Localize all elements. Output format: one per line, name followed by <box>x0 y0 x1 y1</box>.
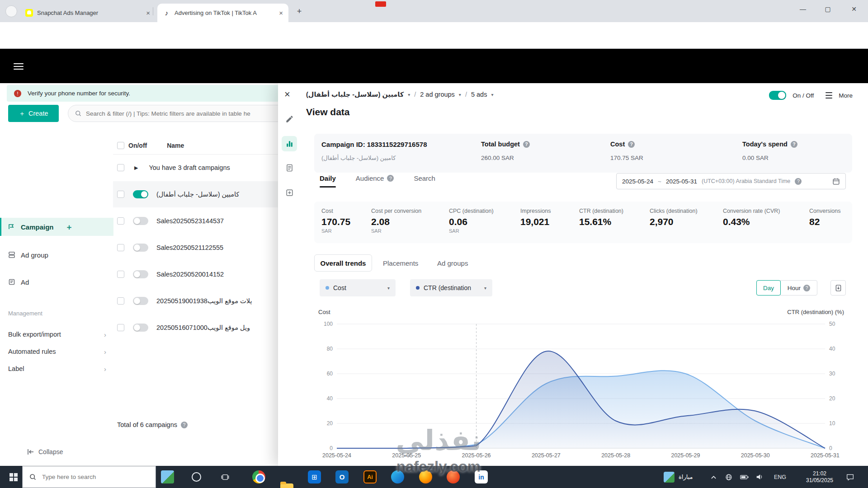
calendar-icon[interactable] <box>832 178 840 185</box>
help-icon[interactable]: ? <box>795 178 802 185</box>
row-checkbox[interactable] <box>117 297 124 305</box>
chart-data-icon[interactable] <box>282 136 297 151</box>
help-icon[interactable]: ? <box>387 175 394 182</box>
row-checkbox[interactable] <box>117 164 124 171</box>
table-row[interactable]: Sales20250520014152 <box>113 261 278 287</box>
widgets-icon[interactable] <box>161 470 174 483</box>
add-campaign-icon[interactable]: ＋ <box>66 222 73 232</box>
tab-daily[interactable]: Daily <box>320 174 336 188</box>
tray-expand-chevron[interactable] <box>711 466 717 488</box>
browser-profile-dot[interactable] <box>5 5 17 17</box>
help-icon[interactable]: ? <box>523 141 530 148</box>
sidebar-item-automated-rules[interactable]: Automated rules› <box>0 344 113 359</box>
file-explorer-icon[interactable] <box>280 483 293 488</box>
campaign-toggle[interactable] <box>133 270 148 278</box>
network-globe-icon[interactable] <box>725 466 732 488</box>
taskbar-search-input[interactable] <box>42 474 142 480</box>
new-tab-button[interactable]: + <box>294 6 305 17</box>
chevron-down-icon[interactable]: ▾ <box>459 92 461 97</box>
events-grid-icon[interactable] <box>282 185 297 200</box>
sidebar-item-label[interactable]: Label› <box>0 361 113 376</box>
browser-app-icon[interactable] <box>447 470 460 483</box>
series-select-cost[interactable]: Cost ▾ <box>320 279 396 296</box>
create-button[interactable]: ＋ Create <box>8 105 59 122</box>
row-checkbox[interactable] <box>117 191 124 198</box>
news-widget[interactable]: مباراة <box>664 466 693 488</box>
battery-icon[interactable] <box>740 466 749 488</box>
trends-line-chart[interactable]: 020406080100010203040502025-05-242025-05… <box>314 306 853 462</box>
campaign-name[interactable]: Sales20250521122555 <box>156 244 223 251</box>
table-row[interactable]: ويل موقع الويب20250516071000 <box>113 314 278 341</box>
tab-placements[interactable]: Placements <box>383 254 418 272</box>
sidebar-item-ad-group[interactable]: Ad group <box>0 246 113 264</box>
more-menu-icon[interactable] <box>826 90 832 100</box>
report-doc-icon[interactable] <box>282 160 297 175</box>
expand-arrow-icon[interactable]: ▶ <box>134 165 138 171</box>
row-checkbox[interactable] <box>117 244 124 251</box>
campaign-onoff-toggle[interactable] <box>769 91 786 100</box>
window-close-button[interactable]: ✕ <box>844 0 864 18</box>
date-range-picker[interactable]: 2025-05-24 ~ 2025-05-31 (UTC+03:00) Arab… <box>616 173 846 189</box>
more-label[interactable]: More <box>839 92 853 99</box>
tab-tiktok[interactable]: ♪ Advertising on TikTok | TikTok A × <box>157 4 288 22</box>
row-checkbox[interactable] <box>117 324 124 331</box>
tab-search[interactable]: Search <box>414 174 435 188</box>
tab-ad-groups[interactable]: Ad groups <box>437 254 468 272</box>
close-icon[interactable]: × <box>284 89 290 100</box>
breadcrumb-campaign[interactable]: كامبين (سلاسل- جلباب أطفال) <box>306 91 404 98</box>
tab-close-icon[interactable]: × <box>146 9 150 17</box>
campaign-name[interactable]: يلات موقع الويب20250519001938 <box>156 297 252 305</box>
edit-pencil-icon[interactable] <box>282 111 297 127</box>
campaign-toggle[interactable] <box>133 244 148 252</box>
tab-snapchat[interactable]: Snapchat Ads Manager × <box>20 4 156 22</box>
illustrator-icon[interactable]: Ai <box>363 470 377 483</box>
chevron-down-icon[interactable]: ▾ <box>491 92 493 97</box>
campaign-toggle[interactable] <box>133 190 148 198</box>
draft-campaigns-row[interactable]: ▶ You have 3 draft campaigns <box>113 155 278 181</box>
start-button[interactable] <box>5 466 22 488</box>
campaign-name[interactable]: Sales20250523144537 <box>156 217 224 225</box>
cortana-button[interactable] <box>188 466 204 488</box>
microsoft-store-icon[interactable]: ⊞ <box>308 470 321 483</box>
tab-audience[interactable]: Audience? <box>356 174 394 188</box>
row-checkbox[interactable] <box>117 217 124 225</box>
firefox-icon[interactable] <box>419 470 432 483</box>
input-language[interactable]: ENG <box>774 466 786 488</box>
table-row[interactable]: يلات موقع الويب20250519001938 <box>113 288 278 314</box>
series-select-ctr[interactable]: CTR (destination ▾ <box>410 279 492 296</box>
window-minimize-button[interactable]: — <box>793 0 813 18</box>
row-checkbox[interactable] <box>117 271 124 278</box>
tab-close-icon[interactable]: × <box>279 9 283 17</box>
campaign-toggle[interactable] <box>133 297 148 305</box>
granularity-hour-button[interactable]: Hour? <box>780 280 817 296</box>
help-icon[interactable]: ? <box>803 285 810 291</box>
sidebar-item-campaign[interactable]: Campaign ＋ <box>0 218 113 236</box>
select-all-checkbox[interactable] <box>117 142 124 149</box>
campaign-toggle[interactable] <box>133 217 148 225</box>
campaign-name[interactable]: Sales20250520014152 <box>156 271 224 278</box>
help-icon[interactable]: ? <box>791 141 797 148</box>
linkedin-icon[interactable]: in <box>475 470 488 483</box>
outlook-icon[interactable]: O <box>335 470 349 483</box>
chrome-icon[interactable] <box>252 470 265 483</box>
chevron-down-icon[interactable]: ▾ <box>408 92 410 97</box>
collapse-sidebar-button[interactable]: Collapse <box>27 448 63 455</box>
taskbar-search[interactable] <box>22 466 156 488</box>
breadcrumb-ad-groups[interactable]: 2 ad groups <box>420 91 455 98</box>
menu-hamburger-icon[interactable] <box>14 61 24 71</box>
task-view-button[interactable] <box>217 466 233 488</box>
sidebar-item-bulk-export[interactable]: Bulk export/import› <box>0 327 113 342</box>
table-row[interactable]: Sales20250523144537 <box>113 208 278 234</box>
taskbar-clock[interactable]: 21:02 31/05/2025 <box>800 466 839 488</box>
window-maximize-button[interactable]: ▢ <box>817 0 838 18</box>
granularity-day-button[interactable]: Day <box>756 280 781 296</box>
campaign-name[interactable]: ويل موقع الويب20250516071000 <box>156 324 250 331</box>
campaign-name[interactable]: كامبين (سلاسل- جلباب أطفال) <box>156 191 239 198</box>
edge-icon[interactable] <box>391 470 404 483</box>
table-row[interactable]: Sales20250521122555 <box>113 235 278 261</box>
speaker-icon[interactable] <box>756 466 764 488</box>
help-icon[interactable]: ? <box>628 141 635 148</box>
action-center-icon[interactable] <box>846 466 854 488</box>
breadcrumb-ads[interactable]: 5 ads <box>471 91 487 98</box>
export-chart-button[interactable] <box>830 280 846 296</box>
